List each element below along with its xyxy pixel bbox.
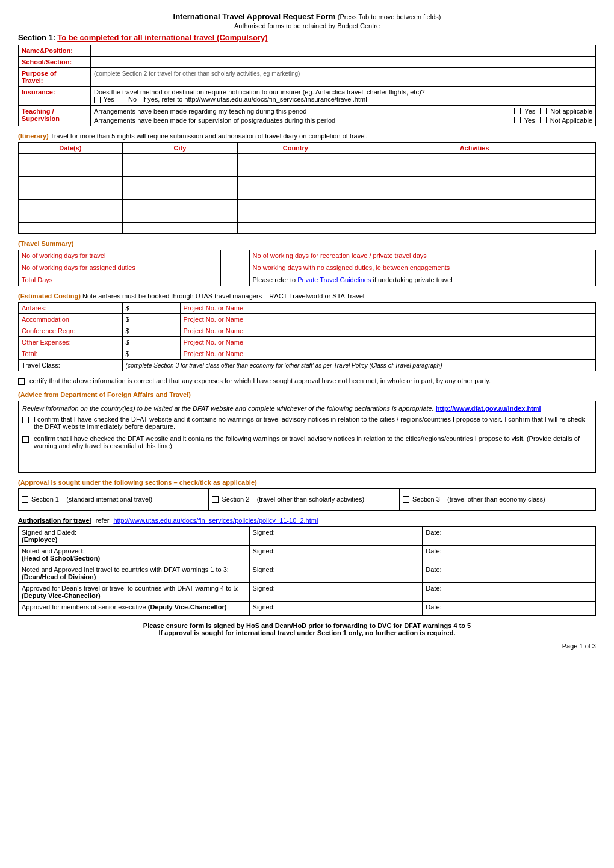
auth-dvc-signed[interactable]: Signed: — [249, 582, 423, 601]
insurance-yes-label: Yes — [104, 96, 114, 103]
summary-left-value-3[interactable] — [220, 274, 249, 286]
approval-section-2: Section 2 – (travel other than scholarly… — [209, 488, 399, 510]
auth-refer: refer — [96, 517, 110, 524]
costing-label: (Estimated Costing) — [18, 292, 81, 300]
purpose-note: (complete Section 2 for travel for other… — [94, 70, 300, 77]
auth-dvc-role: Approved for Dean's travel or travel to … — [19, 582, 250, 601]
total-dollar[interactable]: $ — [122, 348, 180, 359]
auth-employee-date[interactable]: Date: — [423, 526, 596, 545]
insurance-link[interactable]: If yes, refer to http://www.utas.edu.au/… — [142, 96, 367, 103]
itinerary-row[interactable] — [19, 165, 596, 176]
dfat-intro: Review information on the country(ies) t… — [22, 405, 592, 412]
auth-label: Authorisation for travel — [18, 517, 91, 524]
travel-summary-table: No of working days for travel No of work… — [18, 250, 596, 286]
summary-right-1: No of working days for recreation leave … — [249, 250, 509, 262]
auth-employee-title: (Employee) — [22, 536, 57, 543]
auth-hos-date[interactable]: Date: — [423, 545, 596, 564]
summary-left-1[interactable]: No of working days for travel — [19, 250, 221, 262]
dfat-confirm2-checkbox[interactable] — [22, 436, 29, 443]
conference-dollar[interactable]: $ — [122, 325, 180, 336]
summary-right-value-1[interactable] — [509, 250, 596, 262]
summary-left-value-2[interactable] — [220, 262, 249, 274]
itinerary-row[interactable] — [19, 211, 596, 222]
airfares-project-value[interactable] — [382, 302, 596, 313]
school-section-label: School/Section: — [19, 57, 91, 68]
title-text: International Travel Approval Request Fo… — [173, 12, 336, 21]
approval-s2-checkbox[interactable] — [212, 496, 219, 503]
auth-dvc-title: (Deputy Vice-Chancellor) — [22, 592, 101, 599]
approval-s3-checkbox[interactable] — [403, 496, 409, 503]
auth-row-employee: Signed and Dated: (Employee) Signed: Dat… — [19, 526, 596, 545]
costing-row-accommodation: Accommodation $ Project No. or Name — [19, 313, 596, 325]
teaching-yes-checkbox[interactable] — [514, 108, 521, 114]
name-position-value[interactable] — [91, 45, 596, 57]
itinerary-note: (Itinerary) Travel for more than 5 night… — [18, 132, 596, 140]
summary-right-3: Please refer to Private Travel Guideline… — [249, 274, 595, 286]
accommodation-project-value[interactable] — [382, 313, 596, 325]
auth-hos-signed[interactable]: Signed: — [249, 545, 423, 564]
total-project-label: Project No. or Name — [180, 348, 382, 359]
costing-row-airfares: Airfares: $ Project No. or Name — [19, 302, 596, 313]
auth-row-senior: Approved for members of senior executive… — [19, 601, 596, 615]
supervision-yes-checkbox[interactable] — [514, 117, 521, 123]
other-project-value[interactable] — [382, 336, 596, 348]
auth-senior-date[interactable]: Date: — [423, 601, 596, 615]
dfat-confirm1-checkbox[interactable] — [22, 417, 29, 423]
total-label: Total: — [19, 348, 123, 359]
summary-left-3[interactable]: Total Days — [19, 274, 221, 286]
conference-label: Conference Regn: — [19, 325, 123, 336]
itinerary-row[interactable] — [19, 153, 596, 165]
teaching-na-checkbox[interactable] — [540, 108, 547, 114]
supervision-text: Arrangements have been made for supervis… — [94, 117, 335, 124]
purpose-value[interactable]: (complete Section 2 for travel for other… — [91, 68, 596, 87]
airfares-dollar[interactable]: $ — [122, 302, 180, 313]
approval-s2-label: Section 2 – (travel other than scholarly… — [222, 496, 365, 503]
accommodation-label: Accommodation — [19, 313, 123, 325]
supervision-na-checkbox[interactable] — [540, 117, 547, 123]
supervision-label-text: Supervision — [22, 115, 60, 122]
summary-left-2[interactable]: No of working days for assigned duties — [19, 262, 221, 274]
auth-employee-role: Signed and Dated: (Employee) — [19, 526, 250, 545]
auth-dean-signed[interactable]: Signed: — [249, 564, 423, 582]
itinerary-row[interactable] — [19, 176, 596, 188]
summary-right-value-2[interactable] — [509, 262, 596, 274]
school-section-value[interactable] — [91, 57, 596, 68]
costing-row-total: Total: $ Project No. or Name — [19, 348, 596, 359]
auth-senior-signed[interactable]: Signed: — [249, 601, 423, 615]
auth-employee-signed[interactable]: Signed: — [249, 526, 423, 545]
auth-dean-date[interactable]: Date: — [423, 564, 596, 582]
summary-left-value-1[interactable] — [220, 250, 249, 262]
approval-s1-checkbox[interactable] — [22, 496, 28, 503]
auth-senior-title: (Deputy Vice-Chancellor) — [148, 603, 227, 611]
insurance-yes-checkbox[interactable] — [94, 97, 101, 103]
country-header: Country — [238, 142, 353, 153]
costing-row-conference: Conference Regn: $ Project No. or Name — [19, 325, 596, 336]
certify-checkbox[interactable] — [18, 378, 25, 385]
itinerary-row[interactable] — [19, 199, 596, 211]
name-position-row: Name&Position: — [19, 45, 596, 57]
summary-right-2: No working days with no assigned duties,… — [249, 262, 509, 274]
insurance-no-checkbox[interactable] — [119, 97, 125, 103]
name-position-label: Name&Position: — [19, 45, 91, 57]
conference-project-value[interactable] — [382, 325, 596, 336]
itinerary-header-row: Date(s) City Country Activities — [19, 142, 596, 153]
purpose-row: Purpose of Travel: (complete Section 2 f… — [19, 68, 596, 87]
auth-dvc-date[interactable]: Date: — [423, 582, 596, 601]
accommodation-dollar[interactable]: $ — [122, 313, 180, 325]
travel-summary-label: (Travel Summary) — [18, 240, 73, 247]
total-project-value[interactable] — [382, 348, 596, 359]
itinerary-row[interactable] — [19, 222, 596, 233]
auth-senior-role: Approved for members of senior executive… — [19, 601, 250, 615]
teaching-label: Teaching / Supervision — [19, 105, 91, 126]
dfat-link[interactable]: http://www.dfat.gov.au/index.html — [436, 405, 541, 412]
other-dollar[interactable]: $ — [122, 336, 180, 348]
travel-class-note: (complete Section 3 for travel class oth… — [126, 362, 442, 369]
private-travel-link[interactable]: Private Travel Guidelines — [297, 276, 371, 283]
travel-class-label: Travel Class: — [19, 359, 123, 371]
auth-link[interactable]: http://www.utas.edu.au/docs/fin_services… — [113, 517, 318, 524]
approval-s1-label: Section 1 – (standard international trav… — [31, 496, 152, 503]
approval-sections-row: Section 1 – (standard international trav… — [19, 488, 596, 510]
costing-row-travel-class: Travel Class: (complete Section 3 for tr… — [19, 359, 596, 371]
itinerary-row[interactable] — [19, 188, 596, 199]
insurance-content: Does the travel method or destination re… — [91, 87, 596, 106]
